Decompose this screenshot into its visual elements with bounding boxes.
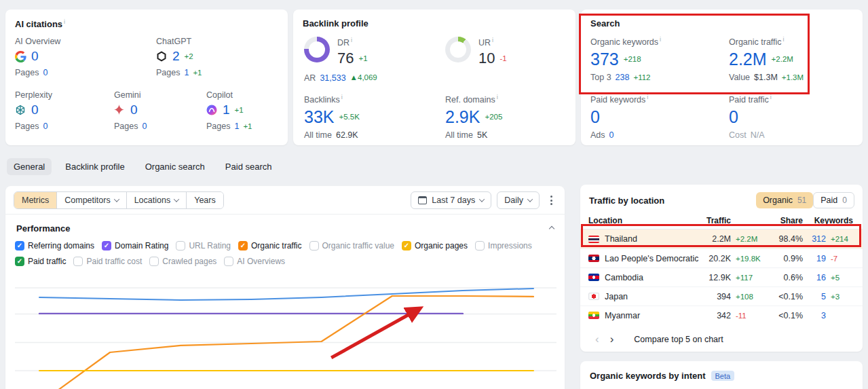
tab-general[interactable]: General <box>7 158 52 175</box>
prev-page-icon[interactable]: ‹ <box>595 334 599 345</box>
laos-flag-icon <box>588 255 599 262</box>
ai-citation-gemini: Gemini0Pages0 <box>114 90 206 131</box>
gemini-icon <box>114 105 126 116</box>
collapse-icon[interactable] <box>549 225 554 231</box>
dr-value: 76 <box>337 50 354 67</box>
keywords-link[interactable]: 19 <box>803 254 826 263</box>
toggle-organic[interactable]: Organic51 <box>756 192 813 208</box>
checkbox-label: Referring domains <box>28 241 94 251</box>
pages-value[interactable]: 0 <box>43 68 48 77</box>
table-row-thailand[interactable]: Thailand2.2M+2.2M98.4%312+214 <box>580 229 863 248</box>
perplexity-icon <box>15 105 26 116</box>
toggle-paid[interactable]: Paid0 <box>813 192 854 208</box>
compare-top5-link[interactable]: Compare top 5 on chart <box>634 335 723 344</box>
pages-value[interactable]: 1 <box>184 68 189 77</box>
location-name: Thailand <box>605 234 698 244</box>
tab-organic-search[interactable]: Organic search <box>138 158 212 175</box>
top3-value[interactable]: 238 <box>616 73 630 82</box>
dr-donut-gauge <box>304 37 330 62</box>
ai-citation-value[interactable]: 2 <box>172 49 180 64</box>
tab-backlink-profile[interactable]: Backlink profile <box>58 158 131 175</box>
metrics-button[interactable]: Metrics <box>14 192 56 208</box>
traffic-value: 20.2K <box>698 254 731 263</box>
pages-value[interactable]: 0 <box>142 122 147 131</box>
metric-checkbox-organic-traffic-value[interactable]: Organic traffic value <box>309 241 395 251</box>
ai-citation-label: Perplexity <box>15 90 114 100</box>
keywords-delta: -7 <box>826 255 854 263</box>
keywords-link[interactable]: 3 <box>803 311 826 320</box>
organic-keywords-value[interactable]: 373 <box>590 50 619 69</box>
traffic-value: 12.9K <box>698 273 731 282</box>
ref-domains-value[interactable]: 2.9K <box>445 107 480 126</box>
years-button[interactable]: Years <box>186 192 223 208</box>
share-value: 0.6% <box>766 273 803 282</box>
paid-traffic-value[interactable]: 0 <box>729 107 738 126</box>
table-row-japan[interactable]: Japan394+108<0.1%5+3 <box>580 286 863 305</box>
tab-paid-search[interactable]: Paid search <box>219 158 279 175</box>
section-tabs: General Backlink profile Organic search … <box>7 158 279 175</box>
ai-citation-delta: +2 <box>185 52 193 60</box>
paid-keywords-value[interactable]: 0 <box>590 107 600 126</box>
checkbox-icon: ✓ <box>402 241 411 251</box>
ai-citation-value[interactable]: 0 <box>31 103 39 117</box>
more-options-button[interactable] <box>545 191 558 209</box>
pages-value[interactable]: 1 <box>234 122 239 131</box>
ai-citation-pages: Pages0 <box>15 122 114 131</box>
share-value: 98.4% <box>766 234 803 244</box>
metric-checkbox-url-rating[interactable]: URL Rating <box>176 241 231 251</box>
competitors-button[interactable]: Competitors <box>56 192 126 208</box>
series-line-referring-domains <box>39 289 533 300</box>
metric-checkbox-impressions[interactable]: Impressions <box>475 241 532 251</box>
metric-checkbox-domain-rating[interactable]: ✓Domain Rating <box>102 241 168 251</box>
checkbox-icon <box>475 241 485 251</box>
location-table-header: Location Traffic Share Keywords <box>580 212 863 229</box>
keywords-link[interactable]: 312 <box>803 234 826 244</box>
info-icon: i <box>770 94 772 100</box>
keywords-delta: +3 <box>826 293 854 301</box>
share-value: <0.1% <box>766 292 803 301</box>
url-rating-block: URi 10-1 <box>445 37 507 67</box>
ai-citation-value[interactable]: 0 <box>31 49 39 64</box>
checkbox-label: Paid traffic cost <box>86 257 142 266</box>
metric-checkbox-organic-pages[interactable]: ✓Organic pages <box>402 241 468 251</box>
search-title: Search <box>581 10 863 29</box>
ai-overview-icon <box>15 51 26 62</box>
table-row-cambodia[interactable]: Cambodia12.9K+1170.6%16+5 <box>580 267 863 286</box>
checkbox-label: Paid traffic <box>28 257 66 266</box>
pages-delta: +1 <box>193 69 202 77</box>
metric-checkbox-paid-traffic-cost[interactable]: Paid traffic cost <box>73 257 142 266</box>
info-icon: i <box>647 94 648 100</box>
keywords-link[interactable]: 5 <box>803 292 826 301</box>
metric-checkbox-ai-overviews[interactable]: AI Overviews <box>224 257 285 266</box>
chart-mode-group: Metrics Competitors Locations Years <box>14 191 224 209</box>
ai-citation-value[interactable]: 0 <box>130 103 138 117</box>
granularity-button[interactable]: Daily <box>497 191 540 209</box>
backlinks-value[interactable]: 33K <box>304 107 334 126</box>
ai-citation-label: Gemini <box>114 90 206 100</box>
next-page-icon[interactable]: › <box>610 334 614 345</box>
keywords-by-intent-card: Organic keywords by intent Beta <box>580 361 863 389</box>
locations-button[interactable]: Locations <box>126 192 187 208</box>
location-name: Japan <box>605 292 698 301</box>
traffic-value: 394 <box>698 292 731 301</box>
pages-value[interactable]: 0 <box>43 122 48 131</box>
table-row-myanmar[interactable]: Myanmar342-11<0.1%3 <box>580 305 863 325</box>
pages-delta: +1 <box>243 122 252 130</box>
ai-citation-value[interactable]: 1 <box>223 103 230 117</box>
location-name: Cambodia <box>605 273 698 282</box>
metric-checkbox-crawled-pages[interactable]: Crawled pages <box>149 257 216 266</box>
checkbox-label: Organic traffic value <box>322 241 395 251</box>
date-range-button[interactable]: Last 7 days <box>411 191 491 209</box>
checkbox-icon: ✓ <box>15 241 24 251</box>
keywords-link[interactable]: 16 <box>803 273 826 282</box>
organic-traffic-value[interactable]: 2.2M <box>729 50 767 69</box>
traffic-delta: +19.8K <box>731 255 766 263</box>
table-row-lao-people-s-democratic-reput[interactable]: Lao People's Democratic Reput20.2K+19.8K… <box>580 248 863 267</box>
ar-value[interactable]: 31,533 <box>320 73 345 83</box>
metric-checkbox-organic-traffic[interactable]: ✓Organic traffic <box>238 241 301 251</box>
checkbox-label: URL Rating <box>189 241 231 251</box>
beta-badge: Beta <box>711 371 735 381</box>
metric-checkbox-paid-traffic[interactable]: ✓Paid traffic <box>15 257 66 266</box>
ai-citations-card: AI citationsi AI Overview0Pages0ChatGPT2… <box>5 10 288 145</box>
metric-checkbox-referring-domains[interactable]: ✓Referring domains <box>15 241 94 251</box>
